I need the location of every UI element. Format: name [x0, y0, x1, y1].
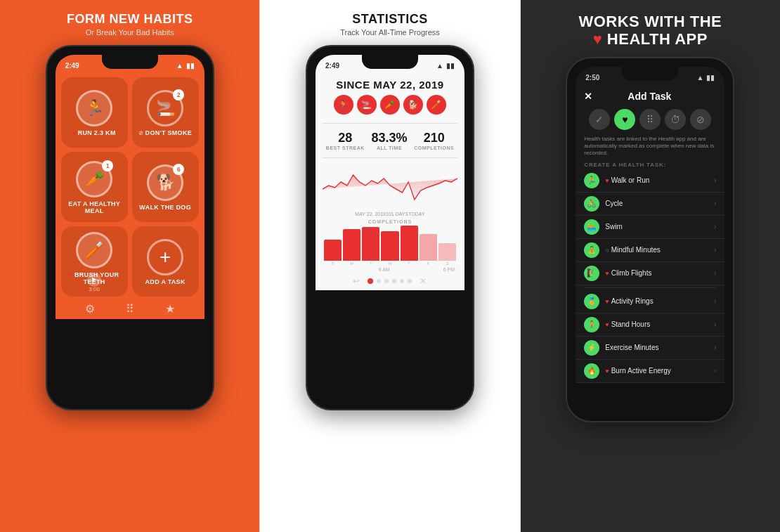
habit-brush[interactable]: 🪥 ♥BRUSH YOUR TEETH 3:00 ▶ [61, 226, 128, 297]
task-exercise[interactable]: ⚡ Exercise Minutes › [576, 337, 724, 360]
close-dialog-button[interactable]: ✕ [584, 91, 592, 102]
nav-dot-1[interactable] [368, 278, 373, 284]
nav-dot-3[interactable] [384, 279, 389, 283]
close-nav-icon[interactable]: ✕ [420, 276, 427, 286]
task-cycle[interactable]: 🚴 Cycle › [576, 193, 724, 216]
nav-dot-2[interactable] [377, 279, 381, 283]
swim-label: Swim [605, 223, 714, 231]
eat-label: EAT A HEALTHY MEAL [64, 200, 125, 214]
stat-streak-num: 28 [326, 131, 365, 145]
status-time-3: 2:50 [585, 74, 599, 82]
stat-completions-num: 210 [414, 131, 454, 145]
habit-run[interactable]: 🏃 ♥RUN 2.3 KM [61, 77, 128, 148]
screen-habits: 2:49 ▲ ▮▮ 🏃 ♥RUN 2.3 KM [56, 55, 204, 319]
panel1-title: FORM NEW HABITS [67, 13, 193, 27]
phone-screen-1: 2:49 ▲ ▮▮ 🏃 ♥RUN 2.3 KM [56, 55, 204, 401]
mindful-label: ○ Mindful Minutes [605, 246, 714, 254]
bar-rect-f [420, 234, 437, 261]
settings-icon[interactable]: ⚙ [85, 302, 95, 316]
line-chart [323, 161, 457, 210]
health-note-text: Health tasks are linked to the Health ap… [576, 133, 724, 159]
task-climb[interactable]: 🧗 ♥ Climb Flights › [576, 262, 724, 285]
mindful-icon: 🧘 [584, 242, 599, 258]
activity-rings-label: ♥ Activity Rings [605, 297, 714, 305]
swim-chevron: › [714, 223, 716, 231]
phone-screen-2: 2:49 ▲ ▮▮ SINCE MAY 22, 2019 🏃 🚬 🥕 🐕 🪥 [316, 55, 464, 401]
task-stand-hours[interactable]: 🧍 ♥ Stand Hours › [576, 313, 724, 337]
task-mindful[interactable]: 🧘 ○ Mindful Minutes › [576, 239, 724, 262]
task-burn-energy[interactable]: 🔥 ♥ Burn Active Energy › [576, 360, 724, 383]
habit-eat[interactable]: 🥕 1 EAT A HEALTHY MEAL [61, 152, 128, 222]
walk-run-icon: 🏃 [584, 173, 599, 188]
panel3-heart: ♥ [593, 30, 603, 48]
task-type-row: ✓ ♥ ⠿ ⏱ ⊘ [576, 106, 724, 133]
chart-bottom-6am: 6 AM [379, 267, 390, 272]
habit-dog[interactable]: 🐕 6 WALK THE DOG [132, 152, 199, 222]
stat-icon-dog: 🐕 [403, 95, 423, 115]
stat-completions: 210 COMPLETIONS [414, 131, 454, 150]
stat-icon-smoke: 🚬 [357, 95, 377, 115]
cycle-icon: 🚴 [584, 196, 599, 212]
back-arrow[interactable]: ↩ [353, 276, 360, 286]
stand-hours-label: ♥ Stand Hours [605, 320, 714, 328]
task-swim[interactable]: 🏊 Swim › [576, 216, 724, 239]
habit-add[interactable]: + ADD A TASK [132, 226, 199, 297]
grid-icon[interactable]: ⠿ [126, 302, 134, 316]
status-time-1: 2:49 [65, 62, 79, 70]
nav-dot-4[interactable] [392, 279, 396, 283]
panel-health: WORKS WITH THE ♥ HEALTH APP 2:50 ▲ ▮▮ ✕ … [521, 0, 780, 532]
bar-rect-t2 [401, 226, 418, 261]
dog-icon: 🐕 [156, 174, 175, 192]
star-icon[interactable]: ★ [165, 302, 175, 316]
task-walk-run[interactable]: 🏃 ♥ Walk or Run › [576, 169, 724, 193]
chart-bottom-row: 6 AM 6 PM [323, 267, 457, 272]
wifi-icon: ▲ [176, 62, 183, 70]
panel1-subtitle: Or Break Your Bad Habits [67, 28, 193, 37]
chart-date-start: MAY 22, 2019 [355, 212, 386, 216]
phone-frame-2: 2:49 ▲ ▮▮ SINCE MAY 22, 2019 🏃 🚬 🥕 🐕 🪥 [306, 45, 474, 410]
type-heart-icon[interactable]: ♥ [614, 109, 635, 130]
add-icon: + [160, 246, 171, 268]
nav-dot-6[interactable] [408, 279, 412, 283]
brush-icon: 🪥 [85, 241, 104, 259]
run-icon-circle: 🏃 [76, 90, 112, 126]
bar-chart: S M T W [323, 227, 457, 266]
nav-dot-5[interactable] [400, 279, 404, 283]
bar-lbl-m: M [350, 261, 353, 266]
stand-hours-chevron: › [714, 320, 716, 328]
smoke-icon-circle: 🚬 2 [147, 90, 183, 126]
task-activity-rings[interactable]: 🏅 ♥ Activity Rings › [576, 290, 724, 313]
status-icons-1: ▲ ▮▮ [176, 62, 195, 70]
phone-frame-1: 2:49 ▲ ▮▮ 🏃 ♥RUN 2.3 KM [46, 45, 214, 410]
stand-heart: ♥ [605, 321, 609, 328]
type-check-icon[interactable]: ✓ [589, 109, 610, 130]
statistics-content: SINCE MAY 22, 2019 🏃 🚬 🥕 🐕 🪥 28 BEST STR… [316, 74, 464, 290]
bar-t1: T [362, 227, 379, 266]
screen-statistics: 2:49 ▲ ▮▮ SINCE MAY 22, 2019 🏃 🚬 🥕 🐕 🪥 [316, 55, 464, 290]
activity-rings-icon: 🏅 [584, 294, 599, 309]
habit-smoke[interactable]: 🚬 2 ⊘DON'T SMOKE [132, 77, 199, 148]
nav-dots: ↩ ✕ [353, 276, 427, 286]
bar-lbl-w: W [388, 261, 392, 266]
create-health-label: CREATE A HEALTH TASK: [576, 159, 724, 169]
stat-icon-run: 🏃 [334, 95, 353, 115]
stat-completions-lbl: COMPLETIONS [414, 145, 454, 150]
bar-rect-w [381, 231, 398, 261]
panel3-title-line2: HEALTH APP [607, 30, 708, 48]
type-block-icon[interactable]: ⊘ [690, 109, 711, 130]
bar-t2: T [401, 226, 418, 266]
task-section-divider [584, 287, 716, 288]
dialog-title: Add Task [592, 91, 706, 102]
battery-icon: ▮▮ [186, 62, 195, 70]
walk-run-chevron: › [714, 176, 716, 184]
play-button[interactable]: ▶ [87, 273, 101, 287]
bar-lbl-t1: T [370, 261, 372, 266]
type-grid-icon[interactable]: ⠿ [639, 109, 661, 130]
wifi-icon-2: ▲ [436, 62, 443, 70]
add-label: ADD A TASK [145, 278, 186, 285]
bar-w: W [381, 231, 398, 266]
run-label: ♥RUN 2.3 KM [73, 129, 116, 136]
type-timer-icon[interactable]: ⏱ [665, 109, 686, 130]
burn-heart: ♥ [605, 368, 609, 375]
chart-bottom-6pm: 6 PM [443, 267, 455, 272]
